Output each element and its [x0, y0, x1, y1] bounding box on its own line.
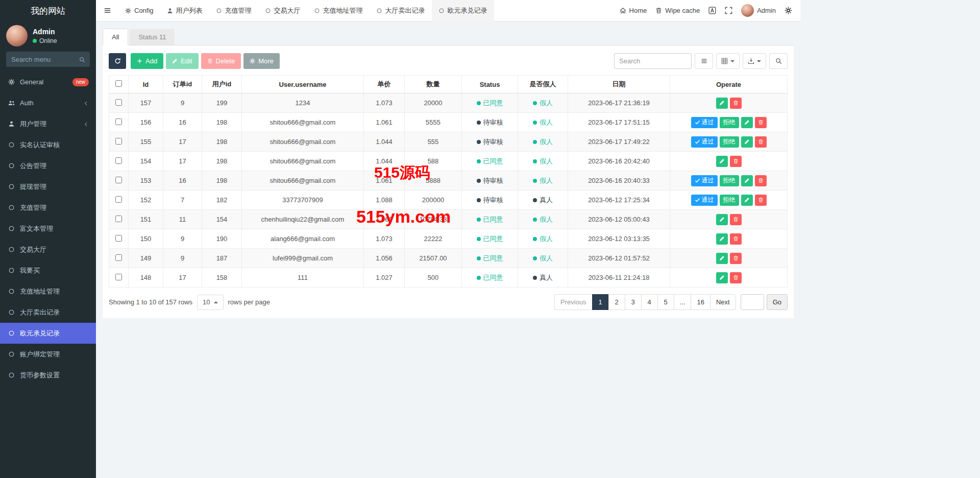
approve-button[interactable]: 通过 [691, 117, 718, 128]
tab-config[interactable]: Config [118, 0, 160, 21]
reject-button[interactable]: 拒绝 [720, 175, 739, 186]
row-checkbox[interactable] [115, 254, 122, 261]
delete-button[interactable] [730, 98, 742, 109]
page-3-button[interactable]: 3 [625, 294, 642, 310]
sidebar-item-user-management[interactable]: 用户管理 [0, 113, 96, 134]
row-checkbox[interactable] [115, 138, 122, 145]
column-header-id[interactable]: Id [129, 76, 163, 93]
edit-button[interactable] [716, 272, 728, 283]
edit-button[interactable] [741, 175, 753, 186]
row-checkbox[interactable] [115, 216, 122, 222]
delete-button[interactable] [730, 156, 742, 167]
sidebar-item-richtext[interactable]: 富文本管理 [0, 218, 96, 239]
edit-button[interactable]: Edit [166, 53, 198, 69]
wipe-cache-button[interactable]: Wipe cache [655, 7, 700, 14]
sidebar-toggle-button[interactable] [96, 0, 118, 21]
go-button[interactable]: Go [767, 294, 788, 310]
select-all-checkbox[interactable] [115, 80, 122, 87]
toggle-view-button[interactable] [695, 53, 713, 69]
page-size-dropdown[interactable]: 10 [197, 295, 223, 310]
approve-button[interactable]: 通过 [691, 195, 718, 206]
fullscreen-button[interactable] [725, 7, 732, 14]
sidebar-item-withdraw[interactable]: 提现管理 [0, 176, 96, 197]
delete-button[interactable] [730, 272, 742, 283]
column-header-date[interactable]: 日期 [568, 76, 670, 93]
menu-search-input[interactable] [6, 52, 90, 67]
edit-button[interactable] [716, 156, 728, 167]
column-header-order-id[interactable]: 订单id [163, 76, 202, 93]
delete-button[interactable] [730, 214, 742, 225]
home-button[interactable]: Home [620, 7, 647, 14]
row-checkbox[interactable] [115, 274, 122, 280]
row-checkbox[interactable] [115, 177, 122, 183]
page-5-button[interactable]: 5 [657, 294, 674, 310]
approve-button[interactable]: 通过 [691, 175, 718, 186]
page-2-button[interactable]: 2 [608, 294, 625, 310]
row-checkbox[interactable] [115, 99, 122, 106]
column-header-fake[interactable]: 是否假人 [518, 76, 568, 93]
previous-page-button[interactable]: Previous [554, 294, 593, 310]
edit-button[interactable] [741, 195, 753, 206]
add-button[interactable]: Add [131, 53, 163, 69]
language-button[interactable] [708, 7, 716, 14]
table-search-input[interactable] [614, 53, 692, 69]
edit-button[interactable] [716, 253, 728, 264]
delete-button[interactable]: Delete [201, 53, 241, 69]
page-4-button[interactable]: 4 [641, 294, 658, 310]
column-header-user-id[interactable]: 用户id [202, 76, 242, 93]
edit-button[interactable] [741, 136, 753, 148]
row-checkbox[interactable] [115, 118, 122, 125]
sidebar-item-general[interactable]: General new [0, 71, 96, 92]
export-dropdown-button[interactable] [743, 53, 766, 69]
column-header-status[interactable]: Status [462, 76, 518, 93]
column-header-amount[interactable]: 数量 [405, 76, 462, 93]
sidebar-item-euro-exchange-records[interactable]: 欧元承兑记录 [0, 323, 96, 344]
tab-status-11[interactable]: Status 11 [130, 29, 175, 45]
tab-all[interactable]: All [103, 29, 128, 45]
columns-dropdown-button[interactable] [716, 53, 740, 69]
refresh-button[interactable] [109, 53, 126, 69]
tab-trade-hall[interactable]: 交易大厅 [258, 0, 307, 21]
sidebar-item-recharge-address[interactable]: 充值地址管理 [0, 281, 96, 302]
row-checkbox[interactable] [115, 196, 122, 203]
delete-button[interactable] [755, 175, 767, 186]
tab-hall-sell-records[interactable]: 大厅卖出记录 [370, 0, 432, 21]
delete-button[interactable] [755, 195, 767, 206]
sidebar-item-announcement[interactable]: 公告管理 [0, 155, 96, 176]
column-header-price[interactable]: 单价 [364, 76, 405, 93]
delete-button[interactable] [755, 136, 767, 148]
edit-button[interactable] [716, 98, 728, 109]
next-page-button[interactable]: Next [710, 294, 736, 310]
row-checkbox[interactable] [115, 157, 122, 164]
reject-button[interactable]: 拒绝 [720, 136, 739, 148]
approve-button[interactable]: 通过 [691, 136, 718, 148]
settings-button[interactable] [785, 7, 792, 14]
sidebar-item-realname-verify[interactable]: 实名认证审核 [0, 134, 96, 155]
tab-user-list[interactable]: 用户列表 [160, 0, 209, 21]
more-button[interactable]: More [243, 53, 280, 69]
tab-euro-exchange-records[interactable]: 欧元承兑记录 [432, 0, 494, 21]
reject-button[interactable]: 拒绝 [720, 117, 739, 128]
sidebar-item-auth[interactable]: Auth [0, 92, 96, 113]
column-header-operate[interactable]: Operate [670, 76, 788, 93]
edit-button[interactable] [741, 117, 753, 128]
admin-menu[interactable]: Admin [741, 4, 776, 17]
sidebar-item-want-to-buy[interactable]: 我要买 [0, 260, 96, 281]
page-1-button[interactable]: 1 [592, 294, 609, 310]
delete-button[interactable] [730, 253, 742, 264]
page-ellipsis[interactable]: ... [674, 294, 692, 310]
sidebar-item-recharge[interactable]: 充值管理 [0, 197, 96, 218]
tab-recharge[interactable]: 充值管理 [209, 0, 258, 21]
delete-button[interactable] [755, 117, 767, 128]
tab-recharge-address[interactable]: 充值地址管理 [307, 0, 370, 21]
delete-button[interactable] [730, 233, 742, 245]
edit-button[interactable] [716, 214, 728, 225]
sidebar-item-hall-sell-records[interactable]: 大厅卖出记录 [0, 302, 96, 323]
sidebar-item-currency-params[interactable]: 货币参数设置 [0, 365, 96, 386]
page-16-button[interactable]: 16 [691, 294, 710, 310]
sidebar-item-trade-hall[interactable]: 交易大厅 [0, 239, 96, 260]
sidebar-item-account-binding[interactable]: 账户绑定管理 [0, 344, 96, 365]
reject-button[interactable]: 拒绝 [720, 195, 739, 206]
search-button[interactable] [769, 53, 788, 69]
goto-page-input[interactable] [741, 294, 764, 310]
